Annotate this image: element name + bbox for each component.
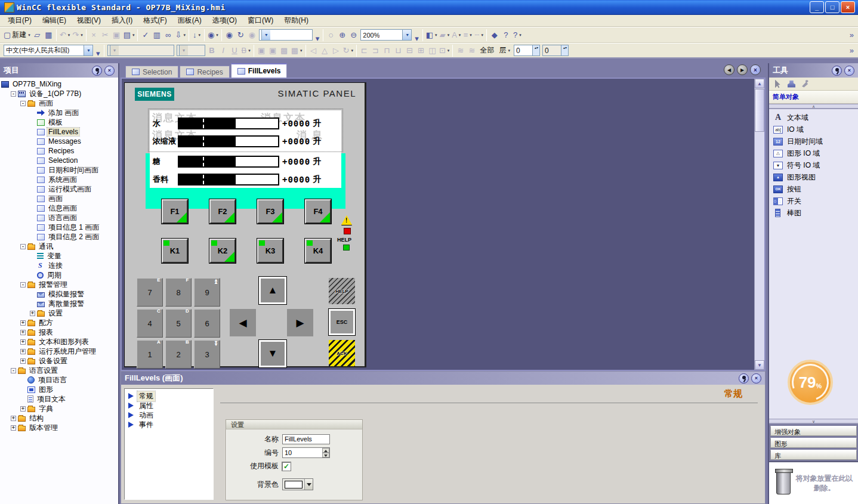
send-back-button[interactable]: ▩▾ (290, 44, 304, 57)
toolbar-button[interactable]: ▾ (314, 35, 322, 42)
panel-display[interactable]: 消息文本消息文本消息文本消 息 水 +0000 升 浓缩液 +0000 升 糖 (150, 110, 341, 188)
menu-item[interactable]: 面板(A) (172, 14, 207, 27)
tree-item-screen[interactable]: 画面 (0, 194, 118, 203)
menu-item[interactable]: 选项(O) (207, 14, 242, 27)
wrench-icon[interactable] (801, 80, 809, 88)
tree-item-structures[interactable]: + 结构 (0, 413, 118, 423)
scroll-down-icon[interactable] (755, 360, 764, 370)
italic-button[interactable]: I (218, 44, 229, 57)
menu-item[interactable]: 编辑(E) (37, 14, 72, 27)
layer-down-button[interactable]: ≋ (466, 44, 477, 57)
toolbar-button[interactable] (486, 29, 487, 41)
replace-button[interactable]: ↻ (235, 29, 246, 41)
strike-button[interactable]: B▾ (240, 44, 252, 57)
collapse-up-icon[interactable]: ∧ (769, 104, 858, 109)
tree-item-projectinfo1-screen[interactable]: 项目信息 1 画面 (0, 222, 118, 232)
menu-item[interactable]: 项目(P) (2, 14, 37, 27)
back-button[interactable]: ◀ (724, 64, 734, 75)
tool-switch[interactable]: 01 开关 (769, 195, 858, 207)
zoom-level-combo[interactable]: 200%▾ (360, 29, 412, 41)
tab-selection[interactable]: Selection (125, 66, 178, 78)
toolbar-button[interactable] (254, 45, 254, 57)
tree-item-version-management[interactable]: + 版本管理 (0, 423, 118, 432)
forward-button[interactable]: ▶ (737, 64, 748, 75)
minimize-button[interactable]: _ (810, 1, 824, 13)
tree-item-discrete-alarms[interactable]: 离散量报警 (0, 299, 118, 308)
pin-icon[interactable] (92, 66, 102, 76)
layer-label[interactable]: 层▾ (496, 45, 513, 55)
tree-item-dictionaries[interactable]: + 字典 (0, 404, 118, 413)
copy-button[interactable]: ▣ (111, 29, 122, 41)
toolbar-button[interactable] (104, 45, 104, 57)
tree-expander-icon[interactable]: + (20, 339, 26, 345)
tree-item-selection[interactable]: Selection (0, 156, 118, 165)
spinner-buttons[interactable] (322, 448, 329, 457)
bring-front-button[interactable]: ▩ (279, 44, 290, 57)
redo-button[interactable]: ↷▾ (71, 29, 84, 41)
toolbar-button[interactable] (221, 29, 222, 41)
tree-expander-icon[interactable]: - (20, 244, 26, 249)
tree-item-connections[interactable]: 连接 (0, 261, 118, 270)
align-bottom-button[interactable]: ⊔ (393, 44, 404, 57)
close-icon[interactable]: × (844, 66, 854, 76)
close-icon[interactable]: × (751, 373, 761, 384)
paste-button[interactable]: ▤▾ (122, 29, 136, 41)
flip-horizontal-button[interactable]: ◁ (308, 44, 319, 57)
tree-item-add-screen[interactable]: 添加 画面 (0, 108, 118, 118)
tree-item-project-texts[interactable]: 项目文本 (0, 394, 118, 404)
tree-item-recipes[interactable]: Recipes (0, 146, 118, 156)
underline-button[interactable]: U (229, 44, 240, 57)
delete-button[interactable]: × (88, 29, 100, 41)
menu-item[interactable]: 窗口(W) (242, 14, 279, 27)
tree-expander-icon[interactable]: + (30, 311, 35, 316)
tree-item-filllevels[interactable]: FillLevels (0, 127, 118, 137)
screen-name-input[interactable]: FillLevels (282, 434, 330, 444)
tree-item-graphics[interactable]: 图形 (0, 385, 118, 394)
rotate-right-button[interactable]: ↻▾ (342, 44, 354, 57)
zoom-area-button[interactable]: ◌ (325, 29, 337, 41)
tab-filllevels[interactable]: FillLevels (231, 63, 288, 78)
find-button[interactable]: ◉▾ (206, 29, 220, 41)
chevron-down-icon[interactable] (304, 479, 313, 490)
cut-button[interactable]: ✂ (100, 29, 111, 41)
align-top-button[interactable]: ⊓ (381, 44, 393, 57)
tree-expander-icon[interactable]: + (20, 349, 26, 354)
toolbar-button[interactable] (422, 29, 423, 41)
tree-item-language-settings[interactable]: - 语言设置 (0, 366, 118, 375)
tree-item-analog-alarms[interactable]: 模拟量报警 (0, 289, 118, 299)
tree-item-runtime-user-admin[interactable]: + 运行系统用户管理 (0, 347, 118, 356)
zoom-out-button[interactable]: ⊖ (348, 29, 359, 41)
tool-button[interactable]: OK 按钮 (769, 183, 858, 195)
simple-objects-section-label[interactable]: 简单对象 (769, 91, 858, 104)
tree-item-system-screen[interactable]: 系统画面 (0, 175, 118, 184)
menu-item[interactable]: 帮助(H) (279, 14, 314, 27)
background-color-picker[interactable] (282, 478, 313, 490)
toolbar-button[interactable] (452, 45, 453, 57)
section-enhanced-objects[interactable]: 增强对象 (770, 426, 857, 436)
tree-item-alarm-settings[interactable]: + 设置 (0, 308, 118, 318)
help-book-button[interactable]: ◆ (489, 29, 500, 41)
tool-graphic-io-field[interactable]: △ 图形 IO 域 (769, 147, 858, 159)
language-combo[interactable]: 中文(中华人民共和国)▾ (4, 45, 93, 56)
scrollbar-thumb[interactable] (755, 89, 764, 132)
toolbar-button[interactable] (323, 29, 323, 41)
tree-item-language-screen[interactable]: 语言画面 (0, 213, 118, 222)
whats-this-button[interactable]: ?▾ (511, 29, 523, 41)
align-right-button[interactable]: ⊐ (370, 44, 381, 57)
font-size-combo[interactable]: ▾ (177, 45, 205, 56)
font-family-combo[interactable]: ▾ (107, 45, 174, 56)
tree-item-template[interactable]: 模板 (0, 118, 118, 127)
tree-item-project-root[interactable]: OP77B_MiXing (0, 79, 118, 89)
fill-level-row[interactable]: 香料 +0000 升 (153, 174, 321, 185)
section-graphics[interactable]: 图形 (770, 438, 857, 448)
fill-level-row[interactable]: 糖 +0000 升 (153, 156, 321, 168)
properties-nav-animations[interactable]: 动画 (126, 410, 212, 420)
pin-icon[interactable] (832, 66, 842, 76)
simulate-button[interactable]: ∞ (162, 29, 174, 41)
rotate-left-button[interactable]: ▷ (331, 44, 342, 57)
tree-item-text-graphic-lists[interactable]: + 文本和图形列表 (0, 337, 118, 347)
toolbar-button[interactable] (137, 29, 138, 41)
align-left-button[interactable]: ⊏ (359, 44, 370, 57)
start-runtime-button[interactable]: ▥ (151, 29, 162, 41)
restore-button[interactable]: □ (825, 1, 840, 13)
